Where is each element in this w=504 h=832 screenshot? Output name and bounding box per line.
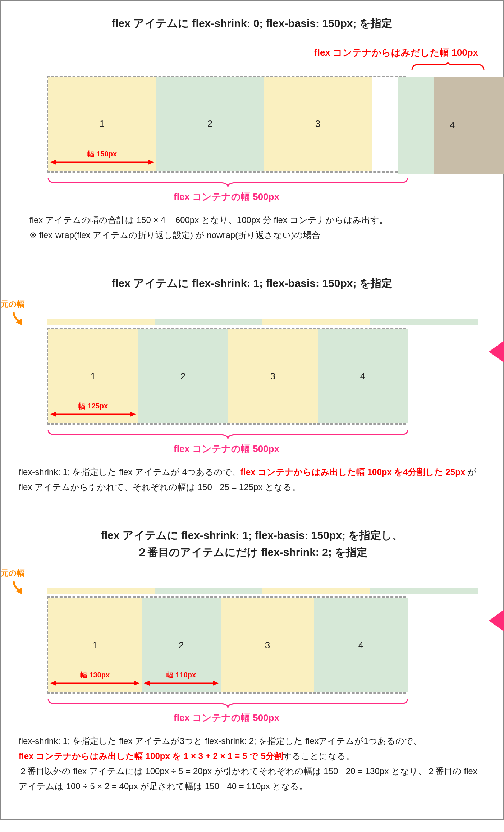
svg-marker-7 <box>130 412 136 417</box>
original-width-label: 元の幅 <box>1 568 25 577</box>
flex-item-label: 1 <box>100 118 105 129</box>
diagram-2: flex アイテムに flex-shrink: 1; flex-basis: 1… <box>19 275 485 495</box>
flex-item-label: 1 <box>91 371 96 382</box>
overflow-width-label: flex コンテナからはみだした幅 100px <box>19 46 485 59</box>
svg-marker-1 <box>50 160 56 165</box>
flex-item-label: 2 <box>180 371 185 382</box>
flex-container: 1 幅 125px 2 <box>47 328 406 425</box>
flex-item-3: 3 <box>221 598 314 692</box>
item-width-indicator: 幅 130px <box>50 671 140 686</box>
explain-line: ※ flex-wrap(flex アイテムの折り返し設定) が nowrap(折… <box>29 228 480 243</box>
svg-marker-14 <box>144 681 150 686</box>
diagram-2-title: flex アイテムに flex-shrink: 1; flex-basis: 1… <box>19 275 485 292</box>
flex-item-1: 1 幅 125px <box>48 329 138 423</box>
flex-item-label: 4 <box>450 120 455 131</box>
flex-item-4: 4 <box>318 329 408 423</box>
original-width-badge: 元の幅 <box>1 568 27 594</box>
container-brace-icon <box>47 697 485 709</box>
item-width-label: 幅 110px <box>143 671 219 678</box>
diagram-1-title: flex アイテムに flex-shrink: 0; flex-basis: 1… <box>19 15 485 32</box>
diagram-3: flex アイテムに flex-shrink: 1; flex-basis: 1… <box>19 527 485 794</box>
flex-item-3: 3 <box>228 329 318 423</box>
flex-item-1: 1 幅 130px <box>48 598 142 692</box>
shrink-arrow-icon <box>489 338 504 365</box>
container-width-label: flex コンテナの幅 500px <box>47 443 406 455</box>
flex-item-label: 3 <box>265 640 270 651</box>
title-line: ２番目のアイテムにだけ flex-shrink: 2; を指定 <box>137 546 367 558</box>
item-width-label: 幅 130px <box>50 671 140 678</box>
overflow-brace-icon <box>47 61 485 72</box>
container-brace-icon <box>47 428 485 440</box>
explain-line: flex コンテナからはみ出した幅 100px を 1 × 3 + 2 × 1 … <box>19 749 480 764</box>
flex-item-label: 4 <box>360 371 365 382</box>
svg-marker-9 <box>489 609 504 632</box>
item-width-label: 幅 125px <box>50 402 137 410</box>
item-width-indicator: 幅 110px <box>143 671 219 686</box>
flex-item-4-overflow: 4 <box>398 77 504 174</box>
original-width-label: 元の幅 <box>1 300 25 308</box>
flex-container: 1 幅 130px 2 幅 110p <box>47 596 406 694</box>
item-width-indicator: 幅 150px <box>50 150 155 165</box>
svg-marker-15 <box>213 681 219 686</box>
flex-item-2: 2 <box>138 329 228 423</box>
flex-item-3: 3 <box>264 77 372 171</box>
svg-marker-3 <box>16 317 24 325</box>
flex-item-label: 3 <box>315 118 320 129</box>
svg-marker-8 <box>16 586 24 594</box>
flex-item-2: 2 幅 110px <box>142 598 221 692</box>
explain-line: flex アイテムの幅の合計は 150 × 4 = 600px となり、100p… <box>29 212 480 228</box>
original-width-badge: 元の幅 <box>1 299 27 325</box>
flex-item-4: 4 <box>314 598 408 692</box>
explain-text-emphasis: flex コンテナからはみ出した幅 100px を4分割した 25px <box>240 467 465 477</box>
explain-text: することになる。 <box>283 751 354 761</box>
title-line: flex アイテムに flex-shrink: 1; flex-basis: 1… <box>101 529 403 541</box>
flex-item-label: 3 <box>270 371 275 382</box>
explain-text-emphasis: flex コンテナからはみ出した幅 100px を 1 × 3 + 2 × 1 … <box>19 751 283 761</box>
flex-item-label: 2 <box>179 640 184 651</box>
diagram-2-explanation: flex-shrink: 1; を指定した flex アイテムが 4つあるので、… <box>19 465 485 495</box>
flex-container: 1 幅 150px 2 <box>47 76 406 173</box>
container-brace-icon <box>47 176 485 188</box>
svg-marker-6 <box>50 412 56 417</box>
flex-item-label: 2 <box>207 118 212 129</box>
flex-item-label: 4 <box>358 640 363 651</box>
diagram-1: flex アイテムに flex-shrink: 0; flex-basis: 1… <box>19 15 485 243</box>
flex-item-4-outside <box>434 77 504 174</box>
svg-marker-4 <box>489 340 504 363</box>
container-width-label: flex コンテナの幅 500px <box>47 712 406 724</box>
flex-item-label: 1 <box>92 640 97 651</box>
flex-item-1: 1 幅 150px <box>48 77 156 171</box>
item-width-label: 幅 150px <box>50 150 155 157</box>
flex-item-4-inside <box>398 77 434 174</box>
diagram-3-explanation: flex-shrink: 1; を指定した flex アイテムが3つと flex… <box>19 733 485 794</box>
explain-line: flex-shrink: 1; を指定した flex アイテムが3つと flex… <box>19 733 480 749</box>
svg-marker-11 <box>50 681 56 686</box>
diagram-3-title: flex アイテムに flex-shrink: 1; flex-basis: 1… <box>19 527 485 561</box>
page: flex アイテムに flex-shrink: 0; flex-basis: 1… <box>0 0 504 820</box>
item-width-indicator: 幅 125px <box>50 402 137 417</box>
shrink-arrow-icon <box>489 607 504 634</box>
arrow-down-right-icon <box>12 580 27 594</box>
original-width-strip <box>47 319 478 325</box>
original-width-strip <box>47 588 478 594</box>
svg-marker-12 <box>134 681 139 686</box>
arrow-down-right-icon <box>12 311 27 325</box>
container-width-label: flex コンテナの幅 500px <box>47 191 406 203</box>
explain-text: flex-shrink: 1; を指定した flex アイテムが 4つあるので、 <box>19 467 240 477</box>
flex-item-2: 2 <box>156 77 264 171</box>
explain-line: ２番目以外の flex アイテムには 100px ÷ 5 = 20px が引かれ… <box>19 764 480 794</box>
diagram-1-explanation: flex アイテムの幅の合計は 150 × 4 = 600px となり、100p… <box>19 212 485 243</box>
svg-marker-2 <box>148 160 154 165</box>
